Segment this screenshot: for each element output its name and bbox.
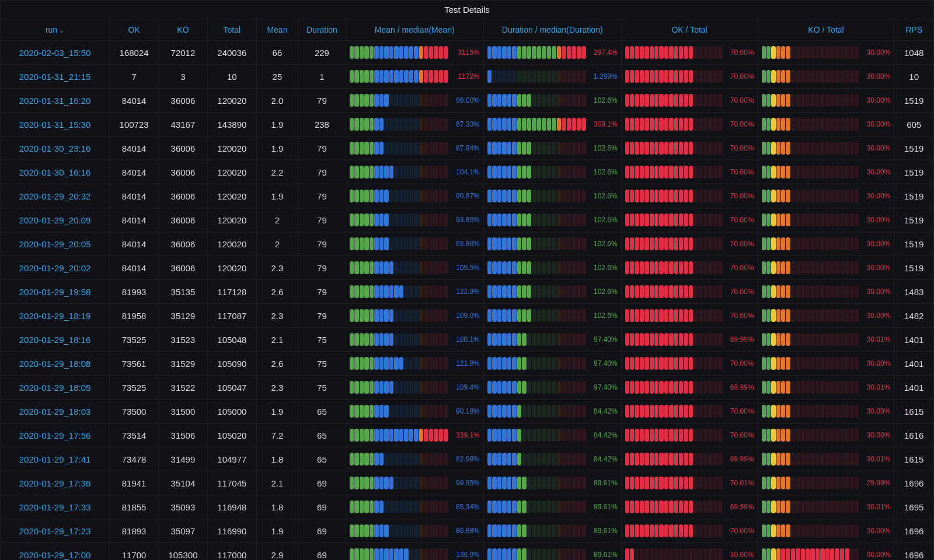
cell-g1: 99.95%	[346, 471, 483, 495]
cell-g4: 30.00%	[758, 208, 894, 232]
cell-g1: 82.98%	[346, 447, 483, 471]
run-link[interactable]: 2020-01-29_18:05	[19, 383, 91, 393]
run-link[interactable]: 2020-01-31_15:30	[19, 120, 91, 130]
table-row: 2020-01-30_16:1684014360061200202.279104…	[1, 160, 933, 184]
cell-ok: 73561	[110, 352, 159, 376]
gauge-bar	[625, 142, 723, 155]
run-link[interactable]: 2020-01-29_17:41	[19, 454, 91, 464]
cell-ko: 43167	[159, 113, 208, 136]
cell-ok: 73478	[110, 447, 159, 471]
run-link[interactable]: 2020-01-29_18:08	[19, 359, 91, 369]
table-row: 2020-01-29_20:3284014360061200201.97990.…	[1, 184, 933, 208]
cell-g2: 102.6%	[483, 208, 621, 232]
cell-rps: 1696	[894, 471, 933, 495]
run-link[interactable]: 2020-01-29_20:02	[19, 263, 91, 273]
gauge-bar	[625, 333, 723, 346]
cell-g4: 30.00%	[758, 400, 894, 424]
run-link[interactable]: 2020-01-29_17:56	[19, 430, 91, 440]
run-link[interactable]: 2020-01-29_20:09	[19, 215, 91, 225]
col-mean-ratio[interactable]: Mean / median(Mean)	[346, 19, 483, 41]
cell-ok: 81941	[110, 471, 159, 495]
gauge-bar	[487, 142, 586, 155]
run-link[interactable]: 2020-02-03_15:50	[19, 48, 91, 58]
results-table: run⌄ OK KO Total Mean Duration Mean / me…	[1, 19, 933, 560]
cell-ko: 36006	[159, 208, 208, 232]
gauge-value: 70.00%	[726, 120, 754, 128]
run-link[interactable]: 2020-01-29_18:16	[19, 335, 91, 345]
cell-mean: 1.9	[256, 400, 298, 424]
run-link[interactable]: 2020-01-29_20:32	[19, 191, 91, 201]
gauge-value: 102.6%	[590, 168, 618, 176]
run-link[interactable]: 2020-01-30_23:16	[19, 144, 91, 153]
run-link[interactable]: 2020-01-31_16:20	[19, 96, 91, 106]
cell-dur: 79	[298, 136, 346, 160]
run-link[interactable]: 2020-01-29_18:19	[19, 311, 91, 321]
gauge-value: 89.61%	[590, 551, 618, 559]
gauge-value: 30.00%	[862, 168, 890, 176]
gauge-value: 70.00%	[726, 168, 754, 176]
cell-ko: 31529	[159, 352, 208, 376]
gauge-value: 30.00%	[862, 120, 890, 128]
gauge-value: 90.87%	[452, 192, 480, 200]
gauge-bar	[625, 357, 723, 370]
cell-g1: 100.1%	[346, 328, 483, 352]
run-link[interactable]: 2020-01-29_17:33	[19, 502, 91, 512]
run-link[interactable]: 2020-01-29_17:36	[19, 478, 91, 488]
gauge-bar	[487, 261, 586, 274]
cell-g2: 102.6%	[483, 280, 621, 304]
gauge-bar	[625, 46, 723, 59]
cell-ok: 81855	[110, 495, 159, 519]
cell-g2: 84.42%	[483, 424, 621, 447]
cell-ko: 35097	[159, 519, 208, 543]
cell-total: 117087	[207, 304, 256, 328]
gauge-value: 102.6%	[590, 144, 618, 152]
col-total[interactable]: Total	[207, 19, 256, 41]
run-link[interactable]: 2020-01-29_17:23	[19, 526, 91, 536]
col-ko[interactable]: KO	[159, 19, 208, 41]
col-mean[interactable]: Mean	[256, 19, 298, 41]
gauge-value: 30.00%	[862, 312, 890, 320]
col-duration[interactable]: Duration	[298, 19, 346, 41]
cell-g3: 69.99%	[621, 328, 758, 352]
gauge-value: 70.00%	[726, 240, 754, 248]
run-link[interactable]: 2020-01-29_19:58	[19, 287, 91, 297]
gauge-bar	[350, 190, 448, 202]
gauge-bar	[487, 46, 586, 59]
gauge-bar	[625, 381, 723, 394]
run-link[interactable]: 2020-01-29_20:05	[19, 239, 91, 249]
run-link[interactable]: 2020-01-29_18:03	[19, 407, 91, 416]
gauge-bar	[487, 501, 586, 513]
cell-total: 117000	[207, 543, 256, 561]
cell-ok: 81993	[110, 280, 159, 304]
cell-g3: 70.00%	[621, 160, 758, 184]
gauge-bar	[487, 524, 586, 537]
cell-ok: 73500	[110, 400, 159, 424]
gauge-bar	[350, 70, 448, 83]
col-ko-ratio[interactable]: KO / Total	[758, 19, 894, 41]
cell-ko: 36006	[159, 232, 208, 256]
cell-ok: 84014	[110, 208, 159, 232]
gauge-value: 87.33%	[452, 120, 480, 128]
cell-total: 105047	[207, 376, 256, 400]
col-ok[interactable]: OK	[110, 19, 159, 41]
header-row: run⌄ OK KO Total Mean Duration Mean / me…	[1, 19, 933, 41]
gauge-bar	[350, 405, 448, 418]
cell-mean: 1.9	[256, 113, 298, 136]
gauge-bar	[762, 46, 859, 59]
col-rps[interactable]: RPS	[894, 19, 933, 41]
run-link[interactable]: 2020-01-30_16:16	[19, 167, 91, 177]
cell-dur: 79	[298, 89, 346, 113]
col-duration-ratio[interactable]: Duration / median(Duration)	[483, 19, 621, 41]
cell-g4: 30.01%	[758, 376, 894, 400]
gauge-bar	[762, 142, 859, 155]
test-details-panel: Test Details run⌄ OK KO Total Mean Durat…	[0, 0, 934, 560]
gauge-bar	[350, 237, 448, 250]
gauge-bar	[625, 501, 723, 513]
run-link[interactable]: 2020-01-29_17:00	[19, 550, 91, 560]
gauge-value: 69.99%	[726, 383, 754, 391]
run-link[interactable]: 2020-01-31_21:15	[19, 72, 91, 82]
col-run[interactable]: run⌄	[1, 19, 110, 41]
cell-g4: 30.01%	[758, 447, 894, 471]
gauge-bar	[350, 477, 448, 489]
col-ok-ratio[interactable]: OK / Total	[621, 19, 758, 41]
